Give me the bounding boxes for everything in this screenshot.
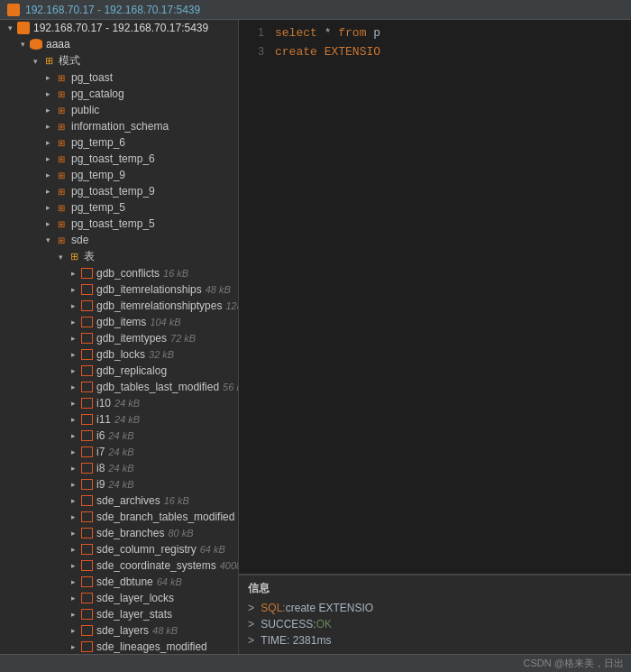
sql-editor[interactable]: 1 select * from p 3 create EXTENSIO xyxy=(239,20,631,575)
table-icon xyxy=(79,348,94,361)
root-server-icon xyxy=(16,22,31,34)
info-arrow-icon: > xyxy=(248,600,254,616)
table-i7[interactable]: i7 24 kB xyxy=(0,444,238,460)
table-arrow[interactable] xyxy=(67,301,79,310)
table-gdb_itemtypes[interactable]: gdb_itemtypes 72 kB xyxy=(0,330,238,346)
table-arrow[interactable] xyxy=(67,447,79,456)
table-i9[interactable]: i9 24 kB xyxy=(0,476,238,492)
table-i10[interactable]: i10 24 kB xyxy=(0,395,238,411)
table-sde_layer_stats[interactable]: sde_layer_stats xyxy=(0,606,238,622)
schema-pg_temp_5[interactable]: ⊞ pg_temp_5 xyxy=(0,199,238,216)
table-sde_archives[interactable]: sde_archives 16 kB xyxy=(0,492,238,509)
table-arrow[interactable] xyxy=(67,350,79,359)
schema-arrow[interactable] xyxy=(41,187,54,196)
table-size: 64 kB xyxy=(200,544,225,555)
table-arrow[interactable] xyxy=(67,285,79,294)
table-arrow[interactable] xyxy=(67,594,79,603)
tree-schemas-folder[interactable]: ⊞ 模式 xyxy=(0,52,238,69)
table-icon xyxy=(79,592,94,604)
sql-code: select * from p xyxy=(275,24,380,42)
table-gdb_replicalog[interactable]: gdb_replicalog xyxy=(0,363,238,379)
table-i11[interactable]: i11 24 kB xyxy=(0,411,238,428)
table-icon xyxy=(79,283,94,296)
left-panel-tree[interactable]: 192.168.70.17 - 192.168.70.17:5439 aaaa … xyxy=(0,20,239,654)
table-sde_branch_tables_modified[interactable]: sde_branch_tables_modified xyxy=(0,509,238,525)
schema-arrow[interactable] xyxy=(41,154,54,163)
table-arrow[interactable] xyxy=(67,512,79,521)
table-gdb_conflicts[interactable]: gdb_conflicts 16 kB xyxy=(0,265,238,281)
schema-pg_catalog[interactable]: ⊞ pg_catalog xyxy=(0,86,238,102)
schema-pg_toast[interactable]: ⊞ pg_toast xyxy=(0,69,238,86)
schema-sde[interactable]: ⊞ sde xyxy=(0,232,238,248)
tree-database[interactable]: aaaa xyxy=(0,36,238,52)
table-sde_column_registry[interactable]: sde_column_registry 64 kB xyxy=(0,541,238,557)
table-arrow[interactable] xyxy=(67,334,79,343)
schema-public[interactable]: ⊞ public xyxy=(0,102,238,118)
table-sde_layers[interactable]: sde_layers 48 kB xyxy=(0,622,238,639)
tables-folder-arrow[interactable] xyxy=(54,253,67,262)
table-i8[interactable]: i8 24 kB xyxy=(0,460,238,476)
table-arrow[interactable] xyxy=(67,626,79,635)
schema-pg_toast_temp_9[interactable]: ⊞ pg_toast_temp_9 xyxy=(0,183,238,199)
schema-information_schema[interactable]: ⊞ information_schema xyxy=(0,118,238,134)
tables-folder[interactable]: ⊞ 表 xyxy=(0,248,238,265)
table-arrow[interactable] xyxy=(67,318,79,327)
schema-sde-label: sde xyxy=(71,234,88,246)
schemas-folder-arrow[interactable] xyxy=(29,57,41,66)
sql-code: create EXTENSIO xyxy=(275,43,380,61)
table-arrow[interactable] xyxy=(67,642,79,651)
table-arrow[interactable] xyxy=(67,431,79,440)
table-sde_lineages_modified[interactable]: sde_lineages_modified xyxy=(0,639,238,654)
table-gdb_itemrelationships[interactable]: gdb_itemrelationships 48 kB xyxy=(0,281,238,298)
table-arrow[interactable] xyxy=(67,415,79,424)
tree-root[interactable]: 192.168.70.17 - 192.168.70.17:5439 xyxy=(0,20,238,36)
schema-arrow[interactable] xyxy=(41,73,54,82)
table-arrow[interactable] xyxy=(67,366,79,375)
schema-icon: ⊞ xyxy=(54,201,69,214)
info-arrow-icon: > xyxy=(248,616,254,632)
table-gdb_locks[interactable]: gdb_locks 32 kB xyxy=(0,346,238,363)
table-arrow[interactable] xyxy=(67,577,79,586)
table-arrow[interactable] xyxy=(67,382,79,391)
root-arrow[interactable] xyxy=(4,23,16,32)
table-arrow[interactable] xyxy=(67,610,79,619)
sde-arrow[interactable] xyxy=(41,235,54,244)
schema-icon: ⊞ xyxy=(54,120,69,133)
table-sde_layer_locks[interactable]: sde_layer_locks xyxy=(0,590,238,606)
schema-arrow[interactable] xyxy=(41,122,54,131)
table-sde_coordinate_systems[interactable]: sde_coordinate_systems 4008 kB xyxy=(0,557,238,574)
table-arrow[interactable] xyxy=(67,480,79,489)
db-arrow[interactable] xyxy=(16,40,29,49)
table-arrow[interactable] xyxy=(67,399,79,408)
table-icon xyxy=(79,624,94,637)
tables-folder-icon: ⊞ xyxy=(67,251,81,263)
table-arrow[interactable] xyxy=(67,529,79,538)
table-sde_branches[interactable]: sde_branches 80 kB xyxy=(0,525,238,541)
table-arrow[interactable] xyxy=(67,561,79,570)
table-arrow[interactable] xyxy=(67,496,79,505)
schema-arrow[interactable] xyxy=(41,138,54,147)
schemas-folder-label: 模式 xyxy=(59,53,80,69)
table-size: 4008 kB xyxy=(220,560,239,571)
schema-sde-icon: ⊞ xyxy=(54,234,69,246)
schema-arrow[interactable] xyxy=(41,219,54,228)
table-sde_dbtune[interactable]: sde_dbtune 64 kB xyxy=(0,574,238,590)
schema-arrow[interactable] xyxy=(41,203,54,212)
schema-label: pg_temp_5 xyxy=(71,201,125,214)
table-gdb_items[interactable]: gdb_items 104 kB xyxy=(0,314,238,330)
table-arrow[interactable] xyxy=(67,464,79,473)
table-gdb_itemrelationshiptypes[interactable]: gdb_itemrelationshiptypes 128 kB xyxy=(0,298,238,314)
table-arrow[interactable] xyxy=(67,269,79,278)
schema-arrow[interactable] xyxy=(41,89,54,98)
schema-arrow[interactable] xyxy=(41,106,54,115)
schema-pg_temp_6[interactable]: ⊞ pg_temp_6 xyxy=(0,134,238,151)
schema-arrow[interactable] xyxy=(41,170,54,180)
table-name: gdb_tables_last_modified xyxy=(96,381,219,393)
schema-pg_toast_temp_6[interactable]: ⊞ pg_toast_temp_6 xyxy=(0,151,238,167)
schema-pg_toast_temp_5[interactable]: ⊞ pg_toast_temp_5 xyxy=(0,216,238,232)
line-number: 1 xyxy=(246,23,264,41)
table-arrow[interactable] xyxy=(67,545,79,554)
schema-pg_temp_9[interactable]: ⊞ pg_temp_9 xyxy=(0,167,238,183)
table-gdb_tables_last_modified[interactable]: gdb_tables_last_modified 56 kB xyxy=(0,379,238,395)
table-i6[interactable]: i6 24 kB xyxy=(0,428,238,444)
